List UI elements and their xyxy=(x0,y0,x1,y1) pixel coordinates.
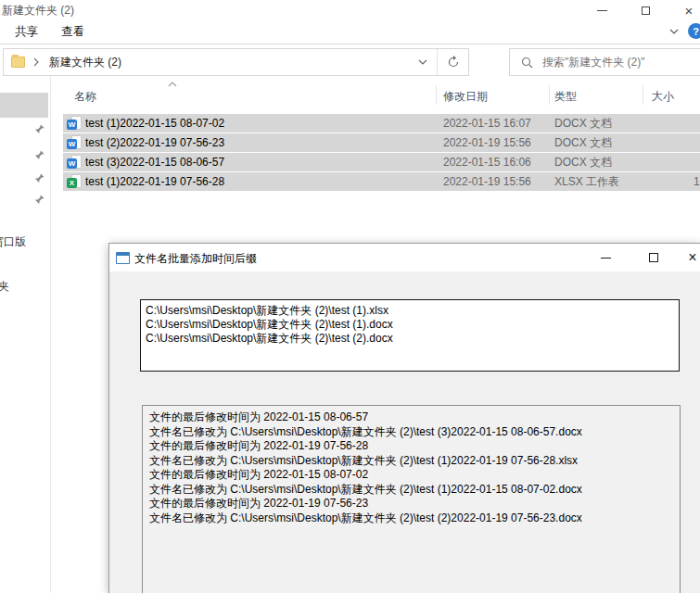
word-doc-icon: W xyxy=(67,155,82,170)
explorer-minimize-button[interactable] xyxy=(592,1,612,19)
maximize-icon xyxy=(649,253,658,262)
file-row[interactable]: W test (3)2022-01-15 08-06-57 2022-01-15… xyxy=(63,153,700,171)
chevron-down-icon xyxy=(417,58,428,67)
file-date: 2022-01-19 15:56 xyxy=(443,136,531,149)
sidebar-item-partial-2[interactable]: 夹 xyxy=(0,279,9,295)
file-row[interactable]: X test (1)2022-01-19 07-56-28 2022-01-19… xyxy=(63,172,700,191)
column-header-size[interactable]: 大小 xyxy=(652,89,674,105)
log-line: 文件名已修改为 C:\Users\msi\Desktop\新建文件夹 (2)\t… xyxy=(149,425,673,440)
sort-ascending-icon xyxy=(168,82,177,88)
address-dropdown-button[interactable] xyxy=(409,58,437,67)
file-name: test (2)2022-01-19 07-56-23 xyxy=(85,136,224,149)
search-input[interactable]: 搜索"新建文件夹 (2)" xyxy=(509,48,700,76)
excel-sheet-icon: X xyxy=(67,174,82,189)
column-divider[interactable] xyxy=(436,85,437,105)
path-line: C:\Users\msi\Desktop\新建文件夹 (2)\test (1).… xyxy=(146,318,674,332)
close-icon: × xyxy=(685,4,694,18)
explorer-window-title: 新建文件夹 (2) xyxy=(2,3,74,19)
log-line: 文件名已修改为 C:\Users\msi\Desktop\新建文件夹 (2)\t… xyxy=(149,454,673,469)
word-doc-icon: W xyxy=(67,135,82,150)
pin-icon[interactable] xyxy=(33,123,45,135)
rename-log-textbox[interactable]: 文件的最后修改时间为 2022-01-15 08-06-57 文件名已修改为 C… xyxy=(142,405,681,593)
column-divider[interactable] xyxy=(643,85,643,105)
word-doc-icon: W xyxy=(67,116,82,131)
file-date: 2022-01-15 16:07 xyxy=(443,117,531,130)
path-line: C:\Users\msi\Desktop\新建文件夹 (2)\test (2).… xyxy=(146,332,674,346)
file-size: 1 xyxy=(694,175,700,188)
file-type: DOCX 文档 xyxy=(554,135,612,151)
address-bar[interactable]: 新建文件夹 (2) xyxy=(3,48,469,76)
refresh-icon xyxy=(447,56,460,69)
log-line: 文件的最后修改时间为 2022-01-19 07-56-28 xyxy=(149,439,673,454)
search-placeholder: 搜索"新建文件夹 (2)" xyxy=(542,55,645,70)
maximize-icon xyxy=(642,6,650,15)
file-type: DOCX 文档 xyxy=(554,155,612,170)
file-name: test (3)2022-01-15 08-06-57 xyxy=(85,156,224,169)
log-line: 文件的最后修改时间为 2022-01-15 08-06-57 xyxy=(149,410,673,425)
close-icon: × xyxy=(688,250,696,265)
explorer-close-button[interactable]: × xyxy=(679,1,699,19)
file-name: test (1)2022-01-19 07-56-28 xyxy=(85,175,224,188)
pin-icon[interactable] xyxy=(33,149,45,161)
file-type: DOCX 文档 xyxy=(554,116,612,132)
help-button[interactable]: ? xyxy=(688,23,700,39)
search-icon xyxy=(521,57,533,69)
pin-icon[interactable] xyxy=(33,194,45,206)
ribbon-tab-view[interactable]: 查看 xyxy=(61,24,84,40)
file-paths-textbox[interactable]: C:\Users\msi\Desktop\新建文件夹 (2)\test (1).… xyxy=(140,299,680,372)
dialog-titlebar[interactable]: 文件名批量添加时间后缀 × xyxy=(109,244,700,271)
window-icon xyxy=(116,252,130,264)
column-divider[interactable] xyxy=(549,85,550,105)
chevron-down-icon xyxy=(668,27,681,36)
log-line: 文件名已修改为 C:\Users\msi\Desktop\新建文件夹 (2)\t… xyxy=(149,483,673,498)
file-type: XLSX 工作表 xyxy=(554,174,619,190)
minimize-icon xyxy=(601,258,611,259)
file-date: 2022-01-19 15:56 xyxy=(443,175,531,188)
log-line: 文件的最后修改时间为 2022-01-19 07-56-23 xyxy=(149,497,673,511)
file-row[interactable]: W test (1)2022-01-15 08-07-02 2022-01-15… xyxy=(63,114,700,132)
folder-icon xyxy=(11,57,25,68)
column-header-type[interactable]: 类型 xyxy=(554,89,577,105)
ribbon-tab-share[interactable]: 共享 xyxy=(15,24,38,40)
dialog-close-button[interactable]: × xyxy=(682,249,700,266)
ribbon-divider xyxy=(0,44,700,44)
screen: { "explorer": { "title": "新建文件夹 (2)", "w… xyxy=(0,0,700,593)
refresh-button[interactable] xyxy=(438,56,468,69)
explorer-maximize-button[interactable] xyxy=(635,1,655,19)
sidebar-divider xyxy=(50,76,51,593)
ribbon-expand-button[interactable] xyxy=(668,27,681,36)
minimize-icon xyxy=(597,10,607,11)
breadcrumb-chevron-icon xyxy=(32,57,40,67)
file-date: 2022-01-15 16:06 xyxy=(443,156,531,169)
dialog-minimize-button[interactable] xyxy=(595,249,616,266)
sidebar-item-partial-1[interactable]: 窗口版 xyxy=(0,234,26,250)
breadcrumb[interactable]: 新建文件夹 (2) xyxy=(49,55,121,70)
log-line: 文件名已修改为 C:\Users\msi\Desktop\新建文件夹 (2)\t… xyxy=(149,511,673,526)
column-header-name[interactable]: 名称 xyxy=(74,89,96,105)
dialog-title: 文件名批量添加时间后缀 xyxy=(134,251,257,267)
file-name: test (1)2022-01-15 08-07-02 xyxy=(85,117,224,130)
batch-rename-dialog: 文件名批量添加时间后缀 × C:\Users\msi\Desktop\新建文件夹… xyxy=(108,243,700,593)
file-row[interactable]: W test (2)2022-01-19 07-56-23 2022-01-19… xyxy=(63,133,700,152)
sidebar-selected-item[interactable] xyxy=(0,93,48,118)
path-line: C:\Users\msi\Desktop\新建文件夹 (2)\test (1).… xyxy=(146,304,674,318)
pin-icon[interactable] xyxy=(33,172,45,184)
help-icon: ? xyxy=(693,26,699,37)
log-line: 文件的最后修改时间为 2022-01-15 08-07-02 xyxy=(149,468,673,483)
column-header-date[interactable]: 修改日期 xyxy=(443,89,488,105)
dialog-maximize-button[interactable] xyxy=(643,249,664,266)
